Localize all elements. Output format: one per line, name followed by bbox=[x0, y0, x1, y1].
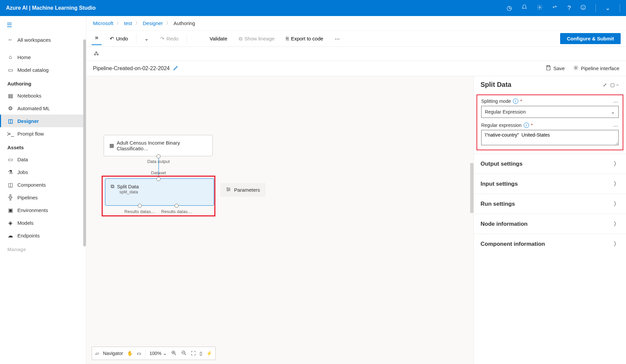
svg-point-0 bbox=[539, 6, 541, 8]
sidebar-notebooks[interactable]: ▤ Notebooks bbox=[0, 89, 86, 102]
pin-right-icon[interactable]: ▢→ bbox=[610, 82, 619, 87]
prompt-icon: ≻_ bbox=[7, 131, 13, 137]
undo-icon: ↶ bbox=[110, 36, 114, 42]
sidebar-model-catalog[interactable]: ▭ Model catalog bbox=[0, 63, 86, 76]
expand-icon[interactable]: ⤢ bbox=[603, 82, 607, 87]
undo-dropdown[interactable]: ⌄ bbox=[141, 34, 152, 44]
chevron-right-icon: 〉 bbox=[614, 180, 619, 188]
panel-title: Split Data bbox=[481, 81, 600, 88]
settings-icon[interactable] bbox=[537, 4, 543, 12]
pipeline-interface-button[interactable]: Pipeline interface bbox=[573, 65, 619, 72]
accordion-output-settings[interactable]: Output settings 〉 bbox=[474, 154, 626, 174]
edit-pencil-icon[interactable] bbox=[173, 65, 179, 72]
configure-submit-button[interactable]: Configure & Submit bbox=[560, 33, 621, 44]
sidebar-components[interactable]: ◫ Components bbox=[0, 178, 86, 191]
graph-view-icon[interactable]: ⁂ bbox=[92, 48, 101, 59]
actual-size-icon[interactable]: ▯ bbox=[200, 351, 202, 356]
chevron-right-icon: 〉 bbox=[614, 240, 619, 248]
smiley-icon[interactable] bbox=[580, 4, 586, 12]
splitting-mode-select[interactable]: Regular Expression ⌄ bbox=[481, 106, 619, 118]
sidebar-models[interactable]: ◈ Models bbox=[0, 216, 86, 229]
sidebar-endpoints[interactable]: ☁ Endpoints bbox=[0, 229, 86, 242]
sidebar-scrollbar[interactable] bbox=[83, 39, 86, 246]
sidebar-prompt-flow[interactable]: ≻_ Prompt flow bbox=[0, 127, 86, 140]
breadcrumb-section[interactable]: Designer bbox=[143, 20, 163, 26]
toolbar-separator bbox=[187, 34, 187, 44]
splitting-mode-label: Splitting mode bbox=[481, 99, 511, 104]
navigator-label[interactable]: Navigator bbox=[103, 351, 123, 356]
undo-button[interactable]: ↶ Undo bbox=[106, 34, 131, 44]
node2-output-port-2[interactable] bbox=[175, 204, 179, 208]
svg-rect-4 bbox=[547, 65, 549, 67]
svg-point-10 bbox=[229, 189, 230, 190]
parameters-highlight-box: Splitting mode i * ⋯ Regular Expression … bbox=[477, 95, 623, 150]
more-options-button[interactable]: ⋯ bbox=[331, 34, 343, 44]
export-to-code-button[interactable]: ⎘ Export to code bbox=[283, 34, 327, 43]
breadcrumb-page: Authoring bbox=[174, 20, 195, 26]
svg-point-9 bbox=[227, 188, 228, 189]
auto-layout-icon[interactable]: ⚡ bbox=[206, 351, 212, 356]
sidebar-label: All workspaces bbox=[17, 37, 51, 43]
parameters-chip[interactable]: Parameters bbox=[220, 183, 266, 197]
automl-icon: ⚙ bbox=[7, 105, 13, 111]
fit-screen-icon[interactable]: ⛶ bbox=[191, 351, 196, 356]
node1-output-port[interactable] bbox=[156, 154, 161, 158]
node2-output-port-1[interactable] bbox=[138, 204, 142, 208]
help-icon[interactable]: ? bbox=[567, 5, 571, 12]
sidebar-home[interactable]: ⌂ Home bbox=[0, 51, 86, 63]
redo-icon: ↷ bbox=[160, 36, 165, 42]
validate-button[interactable]: Validate bbox=[206, 34, 231, 43]
pipeline-canvas[interactable]: ▦ Adult Census Income Binary Classificat… bbox=[86, 76, 474, 364]
breadcrumb-workspace[interactable]: test bbox=[124, 20, 132, 26]
cursor-icon[interactable]: ▭ bbox=[137, 351, 141, 356]
info-icon[interactable]: i bbox=[524, 123, 529, 128]
sidebar-designer[interactable]: ◫ Designer bbox=[0, 115, 86, 127]
node-split-data[interactable]: ⧉ Split Data split_data bbox=[105, 178, 214, 206]
sidebar-all-workspaces[interactable]: ← All workspaces bbox=[0, 33, 86, 46]
catalog-icon: ▭ bbox=[7, 67, 13, 73]
zoom-in-icon[interactable] bbox=[171, 350, 177, 357]
interface-label: Pipeline interface bbox=[581, 65, 619, 71]
canvas-scrollbar[interactable] bbox=[470, 163, 474, 213]
chevron-down-icon[interactable]: ⌄ bbox=[605, 4, 610, 12]
sidebar-jobs[interactable]: ⚗ Jobs bbox=[0, 166, 86, 178]
sidebar-pipelines[interactable]: ╬ Pipelines bbox=[0, 191, 86, 204]
designer-icon: ◫ bbox=[7, 118, 13, 124]
main-area: Microsoft 〉 test 〉 Designer 〉 Authoring … bbox=[86, 16, 626, 364]
sidebar-label: Environments bbox=[17, 207, 48, 213]
chevron-down-icon: ⌄ bbox=[611, 109, 615, 115]
save-label: Save bbox=[553, 65, 565, 71]
sidebar-environments[interactable]: ▣ Environments bbox=[0, 204, 86, 216]
accordion-node-information[interactable]: Node information 〉 bbox=[474, 214, 626, 234]
redo-button[interactable]: ↷ Redo bbox=[157, 34, 182, 44]
chevron-right-icon: 〉 bbox=[614, 220, 619, 228]
regex-input[interactable]: \"native-country" United-States bbox=[481, 130, 619, 145]
hamburger-icon[interactable]: ☰ bbox=[0, 19, 86, 33]
notebook-icon: ▤ bbox=[7, 93, 13, 99]
field-more-icon[interactable]: ⋯ bbox=[613, 100, 619, 105]
sidebar-label: Jobs bbox=[17, 169, 28, 175]
node2-input-port[interactable] bbox=[156, 177, 161, 181]
zoom-out-icon[interactable] bbox=[181, 350, 187, 357]
topbar-separator bbox=[596, 4, 596, 12]
breadcrumb-root[interactable]: Microsoft bbox=[93, 20, 113, 26]
notifications-icon[interactable] bbox=[521, 4, 527, 12]
show-lineage-button[interactable]: ⧉ Show lineage bbox=[235, 34, 278, 44]
recent-icon[interactable]: ◷ bbox=[507, 4, 512, 12]
accordion-label: Input settings bbox=[481, 181, 518, 187]
parameters-label: Parameters bbox=[234, 187, 260, 193]
sidebar-automated-ml[interactable]: ⚙ Automated ML bbox=[0, 102, 86, 115]
save-button[interactable]: Save bbox=[545, 65, 565, 72]
sidebar-data[interactable]: ▭ Data bbox=[0, 153, 86, 166]
pan-icon[interactable]: ✋ bbox=[127, 351, 133, 356]
node-adult-census[interactable]: ▦ Adult Census Income Binary Classificat… bbox=[104, 135, 213, 156]
accordion-component-information[interactable]: Component information 〉 bbox=[474, 234, 626, 254]
accordion-input-settings[interactable]: Input settings 〉 bbox=[474, 174, 626, 194]
expand-toolbar-button[interactable]: » bbox=[92, 32, 102, 45]
zoom-dropdown[interactable]: 100% ⌄ bbox=[149, 351, 167, 356]
info-icon[interactable]: i bbox=[513, 99, 518, 104]
feedback-icon[interactable] bbox=[552, 4, 558, 12]
field-more-icon[interactable]: ⋯ bbox=[613, 124, 619, 129]
edge-dataset[interactable] bbox=[159, 158, 159, 178]
accordion-run-settings[interactable]: Run settings 〉 bbox=[474, 194, 626, 214]
